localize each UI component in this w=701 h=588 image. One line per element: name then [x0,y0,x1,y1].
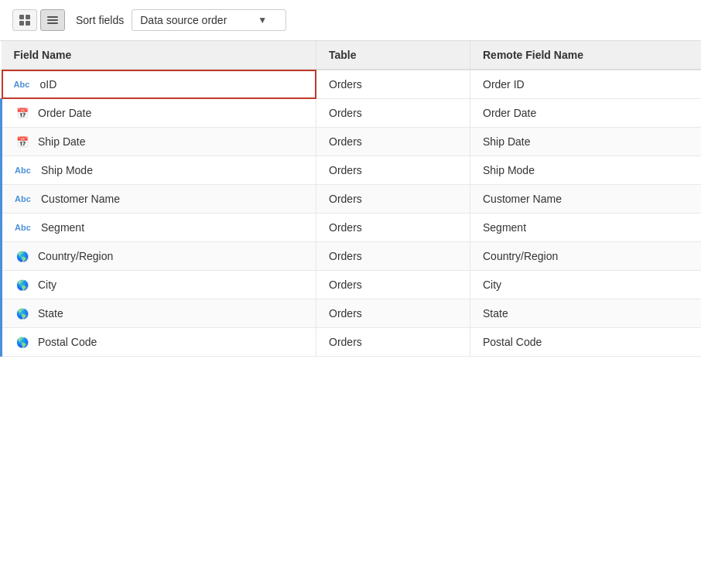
globe-icon: 🌎 [15,308,30,320]
remote-field-name-cell: Order Date [470,99,702,128]
remote-field-name-cell: Postal Code [470,328,702,357]
data-table: Field Name Table Remote Field Name AbcoI… [0,41,701,357]
col-header-table: Table [316,41,470,70]
remote-field-name-cell: Ship Date [470,128,702,156]
remote-field-name-cell: Segment [470,214,702,242]
type-badge-abc: Abc [15,194,33,203]
field-name-text: Customer Name [41,193,120,205]
field-cell-content: AbcShip Mode [15,164,303,176]
sort-dropdown-value: Data source order [140,14,227,26]
table-cell: Orders [316,328,470,357]
list-icon [47,15,58,26]
field-name-cell: AbcSegment [2,214,316,242]
field-name-cell: 🌎City [2,271,316,299]
field-cell-content: 🌎Country/Region [15,250,303,262]
field-name-cell: AbcShip Mode [2,156,316,185]
field-name-cell: AbcCustomer Name [2,185,316,214]
field-name-text: Segment [41,221,84,234]
table-row[interactable]: 📅Order DateOrdersOrder Date [2,99,702,128]
table-row[interactable]: AbcSegmentOrdersSegment [2,214,702,242]
field-name-cell: 🌎State [2,299,316,328]
field-cell-content: 📅Ship Date [15,135,303,148]
table-row[interactable]: 🌎Postal CodeOrdersPostal Code [2,328,702,357]
field-name-cell: 📅Order Date [2,99,316,128]
table-header-row: Field Name Table Remote Field Name [2,41,702,70]
table-row[interactable]: 🌎CityOrdersCity [2,271,702,299]
field-cell-content: 📅Order Date [15,107,303,119]
table-cell: Orders [316,271,470,299]
table-cell: Orders [316,99,470,128]
field-name-text: Country/Region [38,250,113,262]
field-cell-content: AbcCustomer Name [15,193,303,205]
remote-field-name-cell: Order ID [470,70,702,99]
list-view-button[interactable] [40,9,65,31]
table-cell: Orders [316,156,470,185]
field-list-table: Field Name Table Remote Field Name AbcoI… [0,41,701,357]
remote-field-name-cell: Country/Region [470,242,702,271]
field-name-text: Postal Code [38,336,97,348]
field-name-text: State [38,307,63,320]
field-name-text: Order Date [38,107,91,119]
field-cell-content: 🌎Postal Code [15,336,303,348]
col-header-remote-field-name: Remote Field Name [470,41,702,70]
sort-dropdown[interactable]: Data source order ▼ [132,9,286,31]
table-row[interactable]: AbcCustomer NameOrdersCustomer Name [2,185,702,214]
field-name-text: Ship Mode [41,164,93,176]
type-badge-abc: Abc [14,80,32,89]
table-cell: Orders [316,242,470,271]
field-cell-content: AbcoID [14,78,304,91]
table-cell: Orders [316,299,470,328]
field-name-text: oID [40,78,57,91]
table-cell: Orders [316,185,470,214]
table-cell: Orders [316,128,470,156]
sort-label: Sort fields [76,14,124,26]
col-header-field-name: Field Name [2,41,316,70]
view-toggle [12,9,65,31]
field-name-cell: 🌎Country/Region [2,242,316,271]
toolbar: Sort fields Data source order ▼ [0,0,701,41]
table-row[interactable]: 🌎Country/RegionOrdersCountry/Region [2,242,702,271]
table-cell: Orders [316,70,470,99]
field-name-cell: AbcoID [2,70,316,99]
table-row[interactable]: 🌎StateOrdersState [2,299,702,328]
type-badge-abc: Abc [15,166,33,175]
field-cell-content: 🌎City [15,279,303,291]
remote-field-name-cell: City [470,271,702,299]
globe-icon: 🌎 [15,279,30,291]
table-row[interactable]: AbcShip ModeOrdersShip Mode [2,156,702,185]
globe-icon: 🌎 [15,337,30,348]
remote-field-name-cell: Customer Name [470,185,702,214]
table-row[interactable]: 📅Ship DateOrdersShip Date [2,128,702,156]
table-cell: Orders [316,214,470,242]
calendar-icon: 📅 [15,108,30,119]
field-name-cell: 🌎Postal Code [2,328,316,357]
field-name-text: City [38,279,56,291]
field-name-text: Ship Date [38,135,85,148]
remote-field-name-cell: Ship Mode [470,156,702,185]
grid-view-button[interactable] [12,9,37,31]
chevron-down-icon: ▼ [258,15,267,26]
table-row[interactable]: AbcoIDOrdersOrder ID [2,70,702,99]
field-cell-content: AbcSegment [15,221,303,234]
field-name-cell: 📅Ship Date [2,128,316,156]
field-cell-content: 🌎State [15,307,303,320]
grid-icon [19,15,30,26]
globe-icon: 🌎 [15,251,30,262]
type-badge-abc: Abc [15,223,33,232]
remote-field-name-cell: State [470,299,702,328]
calendar-icon: 📅 [15,136,30,148]
